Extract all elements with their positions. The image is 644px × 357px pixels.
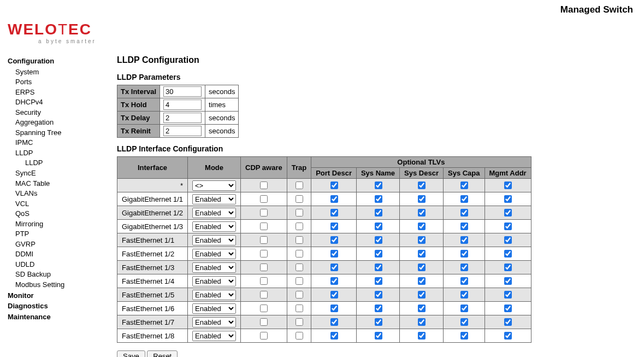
sidebar-item[interactable]: GVRP: [15, 239, 106, 249]
sys-descr-checkbox[interactable]: [418, 332, 426, 340]
sys-name-checkbox[interactable]: [375, 236, 382, 244]
trap-checkbox[interactable]: [296, 277, 303, 285]
sys-name-checkbox[interactable]: [375, 182, 382, 189]
mgmt-addr-checkbox[interactable]: [504, 318, 512, 326]
mgmt-addr-checkbox[interactable]: [504, 209, 512, 216]
sidebar-item[interactable]: Aggregation: [15, 118, 106, 127]
cdp-aware-checkbox[interactable]: [260, 223, 268, 230]
cdp-aware-checkbox[interactable]: [260, 332, 268, 340]
sidebar-item[interactable]: DHCPv4: [15, 97, 106, 107]
mode-select[interactable]: EnabledDisabled: [192, 194, 236, 204]
port-descr-checkbox[interactable]: [330, 195, 338, 203]
sys-descr-checkbox[interactable]: [418, 291, 426, 299]
sidebar-item[interactable]: UDLD: [15, 260, 106, 270]
sidebar-section-title[interactable]: Maintenance: [8, 312, 106, 322]
sys-descr-checkbox[interactable]: [418, 277, 426, 285]
mode-select[interactable]: EnabledDisabled: [192, 290, 236, 300]
sys-capa-checkbox[interactable]: [460, 223, 468, 230]
cdp-aware-checkbox[interactable]: [260, 277, 268, 285]
sys-name-checkbox[interactable]: [375, 195, 382, 203]
trap-checkbox[interactable]: [296, 195, 303, 203]
cdp-aware-checkbox[interactable]: [260, 291, 268, 299]
mgmt-addr-checkbox[interactable]: [504, 182, 512, 189]
mode-select[interactable]: EnabledDisabled: [192, 249, 236, 259]
sidebar-item[interactable]: Spanning Tree: [15, 128, 106, 138]
param-input[interactable]: [163, 126, 202, 136]
sys-name-checkbox[interactable]: [375, 209, 382, 216]
port-descr-checkbox[interactable]: [330, 250, 338, 257]
port-descr-checkbox[interactable]: [330, 182, 338, 189]
save-button[interactable]: Save: [117, 350, 145, 357]
sys-name-checkbox[interactable]: [375, 305, 382, 312]
port-descr-checkbox[interactable]: [330, 318, 338, 326]
mode-select[interactable]: EnabledDisabled: [192, 303, 236, 314]
sys-capa-checkbox[interactable]: [460, 332, 468, 340]
cdp-aware-checkbox[interactable]: [260, 264, 268, 271]
port-descr-checkbox[interactable]: [330, 223, 338, 230]
trap-checkbox[interactable]: [296, 332, 303, 340]
sys-name-checkbox[interactable]: [375, 291, 382, 299]
mgmt-addr-checkbox[interactable]: [504, 305, 512, 312]
sys-capa-checkbox[interactable]: [460, 250, 468, 257]
reset-button[interactable]: Reset: [147, 350, 178, 357]
sys-descr-checkbox[interactable]: [418, 223, 426, 230]
sys-capa-checkbox[interactable]: [460, 318, 468, 326]
port-descr-checkbox[interactable]: [330, 291, 338, 299]
trap-checkbox[interactable]: [296, 305, 303, 312]
sidebar-item[interactable]: IPMC: [15, 138, 106, 148]
cdp-aware-checkbox[interactable]: [260, 250, 268, 257]
sys-descr-checkbox[interactable]: [418, 318, 426, 326]
sys-capa-checkbox[interactable]: [460, 305, 468, 312]
port-descr-checkbox[interactable]: [330, 264, 338, 271]
sidebar-item[interactable]: ERPS: [15, 87, 106, 97]
sys-name-checkbox[interactable]: [375, 264, 382, 271]
sys-name-checkbox[interactable]: [375, 223, 382, 230]
sys-descr-checkbox[interactable]: [418, 236, 426, 244]
sys-name-checkbox[interactable]: [375, 250, 382, 257]
param-input[interactable]: [163, 86, 202, 97]
sys-capa-checkbox[interactable]: [460, 182, 468, 189]
trap-checkbox[interactable]: [296, 291, 303, 299]
sys-capa-checkbox[interactable]: [460, 195, 468, 203]
sys-name-checkbox[interactable]: [375, 277, 382, 285]
sys-capa-checkbox[interactable]: [460, 291, 468, 299]
sidebar-section-title[interactable]: Configuration: [8, 56, 106, 66]
mgmt-addr-checkbox[interactable]: [504, 264, 512, 271]
sidebar-item[interactable]: VLANs: [15, 189, 106, 198]
mgmt-addr-checkbox[interactable]: [504, 277, 512, 285]
cdp-aware-checkbox[interactable]: [260, 236, 268, 244]
port-descr-checkbox[interactable]: [330, 209, 338, 216]
sidebar-item[interactable]: SyncE: [15, 168, 106, 178]
sidebar-subitem[interactable]: LLDP: [25, 158, 106, 168]
sys-capa-checkbox[interactable]: [460, 264, 468, 271]
mode-select[interactable]: EnabledDisabled: [192, 276, 236, 286]
mgmt-addr-checkbox[interactable]: [504, 332, 512, 340]
sys-descr-checkbox[interactable]: [418, 264, 426, 271]
mgmt-addr-checkbox[interactable]: [504, 250, 512, 257]
sys-descr-checkbox[interactable]: [418, 195, 426, 203]
cdp-aware-checkbox[interactable]: [260, 209, 268, 216]
sidebar-item[interactable]: MAC Table: [15, 179, 106, 189]
sys-name-checkbox[interactable]: [375, 318, 382, 326]
param-input[interactable]: [163, 113, 202, 123]
trap-checkbox[interactable]: [296, 236, 303, 244]
sidebar-item[interactable]: Mirroring: [15, 219, 106, 229]
mgmt-addr-checkbox[interactable]: [504, 236, 512, 244]
mode-select[interactable]: EnabledDisabled: [192, 208, 236, 218]
sidebar-item[interactable]: SD Backup: [15, 270, 106, 279]
sys-capa-checkbox[interactable]: [460, 277, 468, 285]
sys-capa-checkbox[interactable]: [460, 209, 468, 216]
mgmt-addr-checkbox[interactable]: [504, 195, 512, 203]
sys-descr-checkbox[interactable]: [418, 182, 426, 189]
sidebar-section-title[interactable]: Diagnostics: [8, 301, 106, 311]
sys-descr-checkbox[interactable]: [418, 305, 426, 312]
cdp-aware-checkbox[interactable]: [260, 318, 268, 326]
sidebar-section-title[interactable]: Monitor: [8, 291, 106, 301]
sys-descr-checkbox[interactable]: [418, 209, 426, 216]
trap-checkbox[interactable]: [296, 209, 303, 216]
cdp-aware-checkbox[interactable]: [260, 182, 268, 189]
sidebar-item[interactable]: VCL: [15, 199, 106, 209]
sidebar-item[interactable]: Modbus Setting: [15, 280, 106, 290]
cdp-aware-checkbox[interactable]: [260, 195, 268, 203]
mode-select[interactable]: EnabledDisabled: [192, 331, 236, 341]
